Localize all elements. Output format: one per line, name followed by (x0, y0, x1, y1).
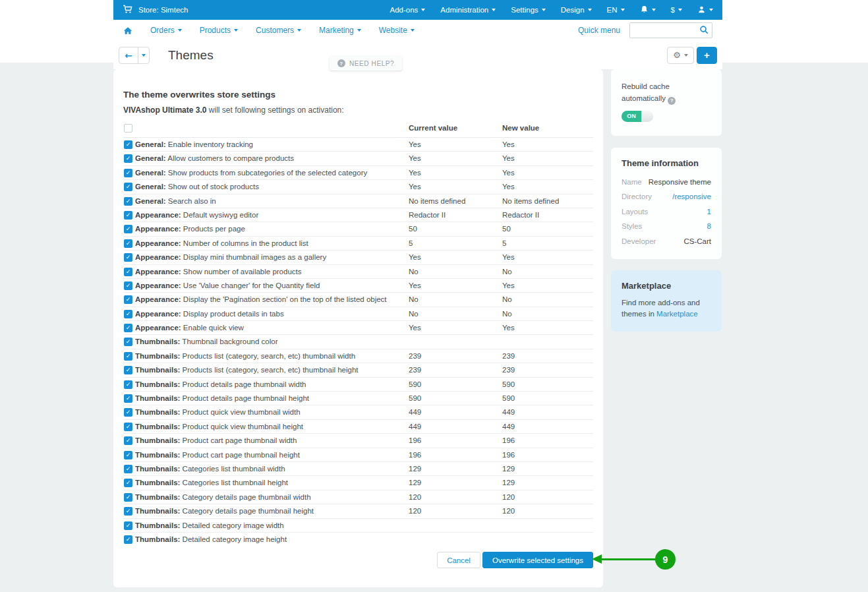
row-checkbox[interactable]: ✓ (124, 225, 132, 233)
search-icon[interactable] (699, 25, 709, 35)
chevron-down-icon (421, 9, 425, 11)
cart-icon (123, 5, 132, 15)
setting-label: Appearance: Products per page (135, 222, 245, 236)
theme-info-value[interactable]: 1 (707, 204, 711, 219)
need-help-tooltip[interactable]: ? NEED HELP? (330, 56, 402, 71)
chevron-down-icon (652, 9, 656, 11)
new-value: Yes (502, 251, 515, 264)
row-checkbox[interactable]: ✓ (124, 408, 132, 417)
nav-marketing[interactable]: Marketing (319, 26, 361, 35)
marketplace-text: Find more add-ons and themes in Marketpl… (622, 297, 711, 320)
chevron-down-icon (357, 29, 361, 32)
current-value: Redactor II (409, 208, 446, 222)
marketplace-link[interactable]: Marketplace (656, 310, 698, 318)
rebuild-cache-toggle[interactable]: ON (622, 111, 653, 122)
theme-info-value: Responsive theme (649, 175, 711, 189)
row-checkbox[interactable]: ✓ (124, 253, 132, 262)
row-checkbox[interactable]: ✓ (124, 479, 132, 487)
row-checkbox[interactable]: ✓ (124, 493, 132, 502)
nav-label: Marketing (319, 26, 354, 35)
new-value: No (502, 265, 512, 279)
quick-menu-link[interactable]: Quick menu (578, 26, 620, 35)
theme-info-value[interactable]: /responsive (672, 189, 711, 204)
back-history-dropdown[interactable] (138, 47, 150, 64)
home-icon[interactable] (123, 26, 132, 35)
new-value: 239 (502, 349, 515, 363)
new-value: 50 (502, 222, 511, 236)
row-checkbox[interactable]: ✓ (124, 310, 132, 318)
table-row: ✓Appearance: Display mini thumbnail imag… (123, 251, 593, 264)
user-menu[interactable] (697, 5, 713, 15)
table-row: ✓Appearance: Display the 'Pagination sec… (123, 293, 593, 307)
row-checkbox[interactable]: ✓ (124, 295, 132, 304)
nav-products[interactable]: Products (200, 26, 238, 35)
topbar-menu-add-ons[interactable]: Add-ons (390, 6, 426, 14)
row-checkbox[interactable]: ✓ (124, 380, 132, 389)
setting-label: Thumbnails: Products list (category, sea… (135, 349, 355, 363)
topbar-menu-settings[interactable]: Settings (511, 6, 546, 14)
row-checkbox[interactable]: ✓ (124, 436, 132, 445)
new-value: Yes (502, 180, 515, 194)
add-theme-button[interactable]: + (697, 47, 717, 64)
row-checkbox[interactable]: ✓ (124, 239, 132, 248)
topbar-menu-en[interactable]: EN (607, 6, 625, 14)
row-checkbox[interactable]: ✓ (124, 465, 132, 473)
back-button[interactable]: ← (119, 47, 138, 64)
row-checkbox[interactable]: ✓ (124, 535, 132, 544)
row-checkbox[interactable]: ✓ (124, 394, 132, 403)
topbar-menu-design[interactable]: Design (561, 6, 592, 14)
annotation-arrowhead-icon (592, 554, 602, 564)
question-icon[interactable]: ? (668, 97, 676, 105)
chevron-down-icon (178, 29, 182, 32)
setting-label: Thumbnails: Product quick view thumbnail… (135, 420, 303, 434)
nav-orders[interactable]: Orders (150, 26, 182, 35)
new-value: Redactor II (502, 208, 539, 222)
row-checkbox[interactable]: ✓ (124, 451, 132, 459)
store-selector[interactable]: Store: Simtech (138, 6, 188, 14)
row-checkbox[interactable]: ✓ (124, 169, 132, 177)
row-checkbox[interactable]: ✓ (124, 521, 132, 530)
current-value: Yes (409, 166, 421, 180)
row-checkbox[interactable]: ✓ (124, 423, 132, 431)
row-checkbox[interactable]: ✓ (124, 352, 132, 361)
table-row: ✓Thumbnails: Category details page thumb… (123, 490, 593, 504)
row-checkbox[interactable]: ✓ (124, 183, 132, 191)
navbar-right: Quick menu (578, 22, 712, 38)
settings-table: ✓General: Enable inventory trackingYesYe… (123, 138, 593, 547)
setting-label: General: Enable inventory tracking (135, 138, 253, 152)
currency-menu[interactable]: $ (671, 6, 682, 14)
nav-label: Website (379, 26, 407, 35)
row-checkbox[interactable]: ✓ (124, 154, 132, 163)
topbar-menu-administration[interactable]: Administration (440, 6, 496, 14)
current-value: Yes (409, 321, 421, 335)
theme-info-value[interactable]: 8 (707, 219, 711, 233)
setting-label: Thumbnails: Products list (category, sea… (135, 363, 359, 377)
nav-customers[interactable]: Customers (256, 26, 301, 35)
notifications-menu[interactable] (640, 5, 656, 15)
row-checkbox[interactable]: ✓ (124, 366, 132, 374)
cancel-button[interactable]: Cancel (437, 552, 480, 568)
theme-info-label: Styles (622, 219, 642, 233)
theme-info-label: Directory (622, 189, 652, 204)
table-row: ✓General: Search also inNo items defined… (123, 194, 593, 208)
table-row: ✓Appearance: Number of columns in the pr… (123, 237, 593, 251)
row-checkbox[interactable]: ✓ (124, 140, 132, 149)
settings-dropdown-button[interactable]: ⚙ (667, 47, 694, 64)
row-checkbox[interactable]: ✓ (124, 268, 132, 276)
new-value: 590 (502, 378, 515, 392)
setting-label: Appearance: Display the 'Pagination sect… (135, 293, 387, 307)
row-checkbox[interactable]: ✓ (124, 507, 132, 516)
setting-label: Appearance: Display product details in t… (135, 307, 284, 321)
select-all-checkbox[interactable] (124, 124, 132, 133)
theme-info-row: Directory/responsive (622, 189, 711, 204)
current-value: Yes (409, 279, 421, 293)
row-checkbox[interactable]: ✓ (124, 211, 132, 220)
nav-website[interactable]: Website (379, 26, 415, 35)
row-checkbox[interactable]: ✓ (124, 281, 132, 290)
row-checkbox[interactable]: ✓ (124, 197, 132, 206)
row-checkbox[interactable]: ✓ (124, 324, 132, 332)
overwrite-selected-settings-button[interactable]: Overwrite selected settings (482, 552, 593, 568)
row-checkbox[interactable]: ✓ (124, 338, 132, 346)
panel-intro: VIVAshop Ultimate 3.0 will set following… (123, 105, 344, 115)
new-value: 129 (502, 462, 515, 476)
